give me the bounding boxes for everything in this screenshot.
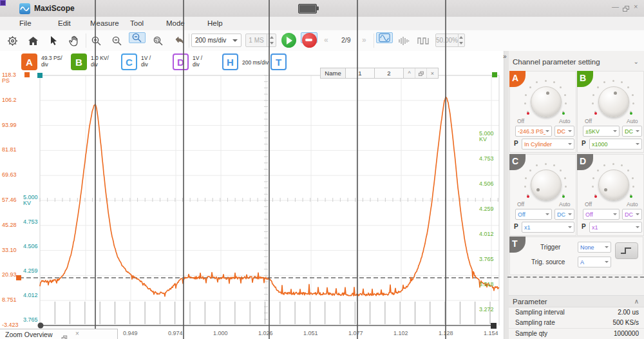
- range-select-a[interactable]: -246.3 PS_: [515, 126, 552, 137]
- auto-indicator-dot: [562, 195, 565, 198]
- off-label: Off: [517, 201, 524, 208]
- channel-card-d: DOffAutoOffDCPx1: [577, 154, 644, 236]
- measure-collapse-icon[interactable]: ^: [404, 68, 415, 78]
- parameter-label: Sample qty: [515, 330, 547, 337]
- overview-left-handle: [38, 323, 44, 329]
- parameter-row-1: Sampling rate500 KS/s: [509, 318, 644, 329]
- channel-knob-c[interactable]: [531, 170, 562, 200]
- trigger-badge: T: [509, 237, 526, 253]
- auto-indicator-dot: [562, 112, 565, 115]
- zoom-overview-tab[interactable]: Zoom Overview ×: [0, 329, 118, 339]
- probe-select-d[interactable]: x1: [589, 222, 642, 233]
- probe-label-c: P: [514, 223, 518, 230]
- auto-label: Auto: [627, 201, 638, 208]
- off-label: Off: [585, 201, 592, 208]
- parameter-value: 2.00 us: [618, 309, 639, 316]
- auto-indicator-dot: [630, 195, 632, 198]
- measure-col-name: Name: [321, 68, 346, 78]
- auto-label: Auto: [559, 118, 571, 124]
- parameter-label: Sampling rate: [515, 319, 555, 326]
- waveform-plot[interactable]: [0, 0, 504, 339]
- channel-card-b: BOffAuto±5KVDCPx1000: [577, 71, 644, 153]
- maxiscope-window: MaxiScope — × FileEditMeasureToolModeHel…: [0, 0, 644, 339]
- trigger-edge-button[interactable]: [615, 242, 638, 259]
- off-indicator-dot: [594, 195, 597, 198]
- measure-col-1: 1: [346, 68, 375, 78]
- channel-card-badge-a: A: [509, 71, 526, 87]
- auto-label: Auto: [559, 201, 571, 208]
- reference-line-panel-segment: [507, 276, 644, 278]
- trigger-source-select[interactable]: A: [578, 257, 611, 267]
- parameter-section-header[interactable]: Parameter ∧: [509, 295, 644, 307]
- measure-col-2: 2: [375, 68, 404, 78]
- measurement-table-header[interactable]: Name 1 2 ^ ×: [320, 68, 439, 79]
- trigger-label: Trigger: [540, 244, 560, 251]
- coupling-select-d[interactable]: DC: [622, 209, 642, 220]
- probe-label-a: P: [514, 140, 518, 147]
- range-select-c[interactable]: Off: [515, 209, 552, 220]
- minimize-button[interactable]: —: [612, 3, 619, 10]
- restore-button[interactable]: [623, 5, 629, 12]
- channel-knob-d[interactable]: [598, 170, 629, 200]
- parameter-value: 1000000: [614, 330, 639, 337]
- panel-header-chevron: ⌄: [634, 58, 639, 65]
- auto-label: Auto: [627, 118, 638, 124]
- off-label: Off: [517, 118, 524, 124]
- parameter-row-2: Sample qty1000000: [509, 329, 644, 339]
- probe-select-c[interactable]: x1: [522, 222, 574, 233]
- coupling-select-b[interactable]: DC: [622, 126, 642, 137]
- trigger-card: T Trigger None Trig. source A: [509, 237, 643, 275]
- trigger-source-label: Trig. source: [531, 258, 565, 266]
- channel-knob-a[interactable]: [531, 86, 562, 117]
- parameter-row-0: Sampling interval2.00 us: [509, 307, 644, 318]
- trigger-mode-select[interactable]: None: [578, 242, 611, 253]
- panel-header[interactable]: Channel parameter setting ⌄: [509, 57, 644, 69]
- panel-collapse-icon[interactable]: »: [503, 53, 507, 60]
- overview-right-handle: [491, 323, 497, 329]
- probe-label-d: P: [582, 223, 586, 230]
- auto-indicator-dot: [630, 112, 632, 115]
- channel-card-badge-b: B: [577, 71, 593, 87]
- off-label: Off: [585, 118, 592, 124]
- tab-popout-icon[interactable]: [61, 331, 67, 339]
- off-indicator-dot: [594, 112, 597, 115]
- parameter-collapse-chevron: ∧: [634, 298, 639, 305]
- range-select-b[interactable]: ±5KV: [583, 126, 620, 137]
- tab-close-icon[interactable]: ×: [75, 330, 79, 337]
- parameter-label: Sampling interval: [515, 309, 565, 316]
- coupling-select-a[interactable]: DC: [554, 126, 574, 137]
- off-indicator-dot: [527, 112, 529, 115]
- channel-card-c: COffAutoOffDCPx1: [509, 154, 576, 236]
- channel-a-trace: [40, 97, 499, 296]
- measure-popout-icon[interactable]: [415, 68, 427, 78]
- probe-select-b[interactable]: x1000: [589, 139, 642, 150]
- close-button[interactable]: ×: [634, 3, 638, 10]
- channel-card-a: AOffAuto-246.3 PS_DCPIn Cylinder: [509, 71, 576, 153]
- parameter-value: 500 KS/s: [612, 319, 639, 326]
- probe-label-b: P: [582, 140, 586, 147]
- range-select-d[interactable]: Off: [583, 209, 620, 220]
- measure-close-icon[interactable]: ×: [427, 68, 438, 78]
- channel-card-badge-d: D: [577, 154, 593, 170]
- coupling-select-c[interactable]: DC: [554, 209, 574, 220]
- channel-knob-b[interactable]: [598, 86, 629, 117]
- probe-select-a[interactable]: In Cylinder: [522, 139, 574, 150]
- channel-card-badge-c: C: [509, 154, 526, 170]
- off-indicator-dot: [527, 195, 529, 198]
